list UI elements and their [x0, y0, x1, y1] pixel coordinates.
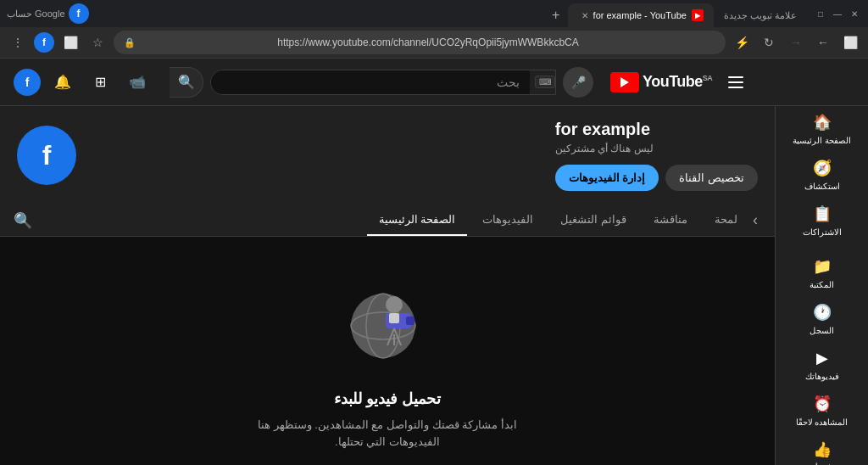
- tab-community[interactable]: مناقشة: [642, 204, 699, 236]
- yt-sidebar: 🏠 الصفحة الرئيسية 🧭 استكشاف 📋 الاشتراكات…: [775, 106, 868, 465]
- lock-icon: 🔒: [124, 37, 136, 48]
- tab-close-btn[interactable]: ✕: [581, 11, 588, 20]
- maximize-btn[interactable]: □: [814, 7, 827, 20]
- yt-logo-icon-container: YouTubeSA: [610, 72, 712, 92]
- close-btn[interactable]: ✕: [848, 7, 861, 20]
- profile-avatar[interactable]: f: [69, 3, 89, 24]
- browser-chrome: ✕ — □ علامة تبويب جديدة ▶ for example - …: [0, 0, 868, 59]
- search-area: 🎤 ⌨ 🔍: [170, 67, 593, 98]
- hamburger-menu-btn[interactable]: [721, 67, 751, 98]
- sidebar-item-history[interactable]: 🕐 السجل: [776, 296, 868, 342]
- tab-about[interactable]: لمحة: [703, 204, 749, 236]
- channel-header: for example ليس هناك أي مشتركين تخصيص ال…: [0, 106, 775, 204]
- youtube-app: f 🔔 ⊞ 📹 🎤 ⌨ 🔍 YouTubeSA: [0, 59, 868, 465]
- minimize-btn[interactable]: —: [831, 7, 844, 20]
- mic-btn[interactable]: 🎤: [563, 67, 593, 98]
- profile-label: حساب Google: [7, 8, 65, 20]
- history-icon: 🕐: [813, 303, 832, 322]
- svg-rect-5: [406, 317, 415, 325]
- new-tab-label: علامة تبويب جديدة: [724, 10, 797, 21]
- channel-tabs: › لمحة مناقشة قوائم التشغيل الفيديوهات ا…: [0, 204, 775, 237]
- channel-name: for example: [555, 120, 650, 139]
- header-actions-left: f 🔔 ⊞ 📹: [14, 67, 153, 98]
- bookmark-btn[interactable]: ☆: [86, 31, 108, 53]
- browser-profile: حساب Google f: [7, 3, 89, 24]
- youtube-favicon: ▶: [692, 9, 704, 21]
- sidebar-item-liked[interactable]: 👍 فيديوهات أعجبتني: [776, 434, 868, 465]
- empty-state-title: تحميل فيديو للبدء: [334, 389, 441, 408]
- yt-country: SA: [703, 74, 713, 82]
- customize-channel-btn[interactable]: تخصيص القناة: [665, 165, 758, 191]
- channel-action-btns: تخصيص القناة إدارة الفيديوهات: [555, 165, 758, 191]
- sidebar-item-watch-later[interactable]: ⏰ المشاهده لاحقًا: [776, 388, 868, 434]
- extensions-btn[interactable]: ⚡: [731, 31, 753, 53]
- tab-youtube[interactable]: ▶ for example - YouTube ✕: [568, 3, 714, 27]
- liked-icon: 👍: [813, 440, 832, 459]
- manage-videos-btn[interactable]: إدارة الفيديوهات: [555, 165, 659, 191]
- sidebar-library-label: المكتبة: [810, 280, 834, 289]
- tab-playlists[interactable]: قوائم التشغيل: [548, 204, 638, 236]
- sidebar-item-subscriptions[interactable]: 📋 الاشتراكات: [776, 198, 868, 244]
- empty-state-description: ابدأ مشاركة قصتك والتواصل مع المشاهدين. …: [252, 417, 523, 450]
- screenshot2-btn[interactable]: ⬜: [59, 31, 81, 53]
- browser-controls: ✕ — □: [814, 7, 861, 20]
- search-input[interactable]: [211, 70, 530, 94]
- sidebar-history-label: السجل: [810, 326, 834, 335]
- search-box: ⌨: [210, 70, 556, 95]
- hamburger-line-3: [728, 87, 743, 88]
- url-text: https://www.youtube.com/channel/UCO2yRqO…: [141, 36, 715, 48]
- sidebar-your-videos-label: فيديوهاتك: [805, 372, 839, 381]
- tabs-arrow[interactable]: ›: [753, 211, 758, 229]
- sidebar-subs-label: الاشتراكات: [803, 227, 842, 237]
- svg-point-3: [386, 296, 403, 313]
- back-btn[interactable]: ←: [812, 31, 834, 53]
- hamburger-line-1: [728, 76, 743, 78]
- camera-btn[interactable]: 📹: [122, 67, 153, 98]
- home-icon: 🏠: [813, 113, 832, 132]
- sidebar-watch-later-label: المشاهده لاحقًا: [796, 417, 849, 427]
- yt-main: 🏠 الصفحة الرئيسية 🧭 استكشاف 📋 الاشتراكات…: [0, 106, 868, 465]
- bell-btn[interactable]: 🔔: [47, 67, 78, 98]
- library-icon: 📁: [813, 257, 832, 276]
- explore-icon: 🧭: [813, 159, 832, 177]
- youtube-tab-label: for example - YouTube: [593, 10, 687, 20]
- yt-logo-text: YouTubeSA: [643, 73, 712, 91]
- subscriptions-icon: 📋: [813, 204, 832, 223]
- refresh-btn[interactable]: ↻: [758, 31, 780, 53]
- youtube-header: f 🔔 ⊞ 📹 🎤 ⌨ 🔍 YouTubeSA: [0, 59, 868, 106]
- search-kbd: ⌨: [535, 76, 555, 88]
- forward-btn[interactable]: →: [785, 31, 807, 53]
- address-bar[interactable]: 🔒 https://www.youtube.com/channel/UCO2yR…: [114, 31, 726, 54]
- screenshot-btn[interactable]: ⬜: [839, 31, 861, 53]
- add-tab-btn[interactable]: +: [544, 3, 568, 27]
- watch-later-icon: ⏰: [813, 395, 832, 413]
- channel-subscribers: ليس هناك أي مشتركين: [555, 143, 654, 154]
- tab-new[interactable]: علامة تبويب جديدة: [714, 3, 807, 27]
- yt-play-triangle: [620, 77, 629, 87]
- browser-tabs: علامة تبويب جديدة ▶ for example - YouTub…: [96, 0, 807, 27]
- channel-avatar: f: [17, 126, 76, 185]
- sidebar-home-label: الصفحة الرئيسية: [793, 136, 851, 145]
- empty-illustration: [337, 271, 438, 373]
- grid-btn[interactable]: ⊞: [85, 67, 115, 98]
- sidebar-item-your-videos[interactable]: ▶ فيديوهاتك: [776, 342, 868, 388]
- tab-videos[interactable]: الفيديوهات: [470, 204, 545, 236]
- sidebar-item-home[interactable]: 🏠 الصفحة الرئيسية: [776, 106, 868, 152]
- svg-rect-9: [389, 313, 399, 323]
- search-btn[interactable]: 🔍: [170, 67, 203, 98]
- yt-logo-icon: [610, 72, 639, 92]
- channel-info: for example ليس هناك أي مشتركين تخصيص ال…: [555, 120, 758, 191]
- tab-home[interactable]: الصفحة الرئيسية: [367, 204, 468, 236]
- sidebar-item-explore[interactable]: 🧭 استكشاف: [776, 152, 868, 198]
- browser-nav: ⬜ ← → ↻ ⚡ 🔒 https://www.youtube.com/chan…: [0, 27, 868, 58]
- sidebar-item-library[interactable]: 📁 المكتبة: [776, 250, 868, 296]
- your-videos-icon: ▶: [816, 349, 828, 367]
- youtube-logo[interactable]: YouTubeSA: [610, 67, 751, 98]
- tabs-search-icon[interactable]: 🔍: [14, 211, 32, 230]
- user-avatar[interactable]: f: [14, 69, 41, 96]
- sidebar-explore-label: استكشاف: [804, 182, 840, 191]
- profile2-btn[interactable]: f: [34, 32, 54, 53]
- empty-state: تحميل فيديو للبدء ابدأ مشاركة قصتك والتو…: [0, 237, 775, 465]
- browser-titlebar: ✕ — □ علامة تبويب جديدة ▶ for example - …: [0, 0, 868, 27]
- more-btn[interactable]: ⋮: [7, 31, 29, 53]
